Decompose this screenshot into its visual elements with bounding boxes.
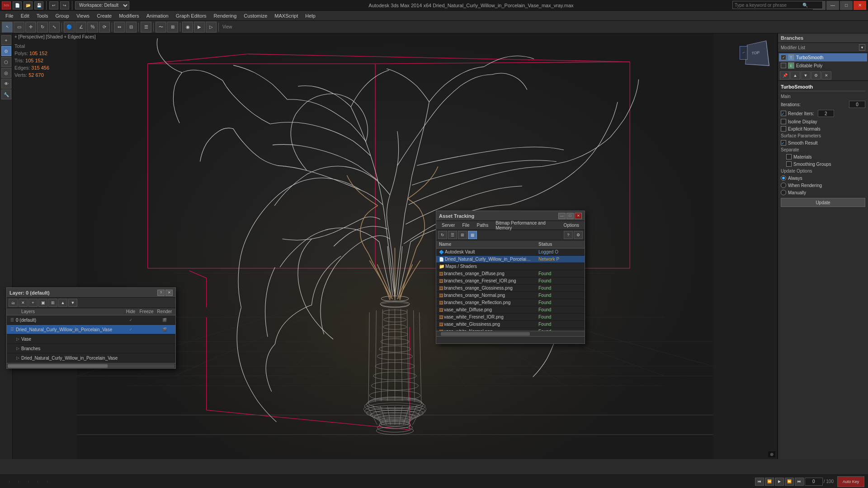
- layer-hide-0[interactable]: ✓: [124, 318, 137, 322]
- lm-scrollbar-track[interactable]: [8, 364, 175, 368]
- configure-icon[interactable]: ⚙: [811, 71, 821, 80]
- lm-add-sel-btn[interactable]: +: [28, 299, 38, 307]
- lm-new-layer-btn[interactable]: 🗂: [9, 299, 18, 307]
- schematic[interactable]: ⊞: [167, 22, 178, 33]
- at-row-maps[interactable]: 📁Maps / Shaders: [436, 263, 585, 270]
- explicit-normals-checkbox[interactable]: [781, 126, 786, 131]
- anim-prev-frame[interactable]: ⏪: [765, 478, 774, 486]
- at-row-branches-reflection[interactable]: 🖼branches_orange_Reflection.png Found: [436, 299, 585, 306]
- menu-help[interactable]: Help: [302, 12, 319, 19]
- move-tool[interactable]: ✛: [25, 22, 36, 33]
- modifier-list-dropdown[interactable]: ▼: [859, 44, 865, 51]
- at-row-vase-diffuse[interactable]: 🖼vase_white_Diffuse.png Found: [436, 306, 585, 314]
- pin-icon[interactable]: 📌: [780, 71, 790, 80]
- align[interactable]: ⊟: [126, 22, 137, 33]
- at-maximize-btn[interactable]: □: [566, 213, 574, 219]
- lm-layer-willow[interactable]: ☰ Dried_Natural_Curly_Willow_in_Porcelai…: [7, 325, 175, 334]
- at-menu-file[interactable]: File: [458, 222, 473, 229]
- at-grid-view-btn[interactable]: ▦: [468, 231, 477, 239]
- menu-customize[interactable]: Customize: [240, 12, 271, 19]
- anim-next-frame[interactable]: ⏩: [785, 478, 794, 486]
- menu-edit[interactable]: Edit: [17, 12, 33, 19]
- move-up-icon[interactable]: ▲: [790, 71, 800, 80]
- render-last[interactable]: ▷: [206, 22, 217, 33]
- lm-col-freeze[interactable]: Freeze: [137, 309, 156, 314]
- at-content-area[interactable]: Name Status 🔷Autodesk Vault Logged O 📄Dr…: [436, 240, 585, 331]
- menu-file[interactable]: File: [2, 12, 17, 19]
- lm-col-hide[interactable]: Hide: [124, 309, 137, 314]
- menu-create[interactable]: Create: [93, 12, 115, 19]
- select-tool[interactable]: ↖: [2, 22, 13, 33]
- lm-select-obj-btn[interactable]: ⊞: [48, 299, 57, 307]
- lm-move-down-btn[interactable]: ▼: [68, 299, 77, 307]
- modifier-turbosmooth[interactable]: ✓ T TurboSmooth: [779, 53, 867, 61]
- at-horizontal-scrollbar[interactable]: [436, 331, 585, 336]
- frame-number-input[interactable]: [805, 478, 823, 486]
- move-down-icon[interactable]: ▼: [801, 71, 811, 80]
- at-scrollbar-thumb[interactable]: [441, 332, 530, 336]
- layer-mgr[interactable]: ☰: [141, 22, 151, 33]
- at-row-branches-fresnel[interactable]: 🖼branches_orange_Fresnel_IOR.png Found: [436, 277, 585, 285]
- at-detail-view-btn[interactable]: ⊞: [458, 231, 467, 239]
- layer-render-1[interactable]: 🎬: [156, 328, 174, 332]
- layer-hide-1[interactable]: ✓: [124, 328, 137, 332]
- update-button[interactable]: Update: [781, 198, 865, 207]
- at-row-file[interactable]: 📄Dried_Natural_Curly_Willow_in_Porcelain…: [436, 256, 585, 263]
- at-row-vault[interactable]: 🔷Autodesk Vault Logged O: [436, 249, 585, 256]
- open-btn[interactable]: 📂: [24, 1, 33, 9]
- lm-move-up-btn[interactable]: ▲: [58, 299, 67, 307]
- at-row-branches-normal[interactable]: 🖼branches_orange_Normal.png Found: [436, 292, 585, 299]
- lm-help-btn[interactable]: ?: [157, 290, 165, 296]
- spinner-snap[interactable]: ⟳: [99, 22, 110, 33]
- lm-col-render[interactable]: Render: [156, 309, 174, 314]
- at-settings-btn[interactable]: ⚙: [574, 231, 583, 239]
- lm-close-btn[interactable]: ✕: [165, 290, 173, 296]
- modifier-editable-poly[interactable]: E Editable Poly: [779, 61, 867, 70]
- menu-maxscript[interactable]: MAXScript: [271, 12, 302, 19]
- delete-icon[interactable]: ✕: [821, 71, 831, 80]
- lm-select-all-btn[interactable]: ▣: [38, 299, 47, 307]
- at-row-branches-diffuse[interactable]: 🖼branches_orange_Diffuse.png Found: [436, 270, 585, 277]
- always-radio[interactable]: [781, 175, 786, 181]
- navigation-cube[interactable]: TOP L: [737, 37, 774, 73]
- lm-scrollbar-thumb[interactable]: [8, 364, 108, 368]
- create-tool[interactable]: +: [1, 35, 11, 45]
- render-iters-input[interactable]: [818, 110, 834, 117]
- utility-tool[interactable]: 🔧: [1, 89, 11, 99]
- new-btn[interactable]: 📄: [13, 1, 22, 9]
- mirror[interactable]: ⇔: [114, 22, 125, 33]
- maximize-button[interactable]: □: [840, 1, 853, 10]
- menu-views[interactable]: Views: [73, 12, 93, 19]
- display-tool[interactable]: 👁: [1, 79, 11, 89]
- smoothing-groups-checkbox[interactable]: [786, 161, 792, 167]
- at-minimize-btn[interactable]: —: [558, 213, 566, 219]
- select-region[interactable]: ▭: [14, 22, 24, 33]
- smooth-result-checkbox[interactable]: [781, 140, 786, 145]
- scale-tool[interactable]: ⤡: [49, 22, 60, 33]
- mod-checkbox-turbosmooth[interactable]: ✓: [781, 55, 786, 60]
- at-help-btn[interactable]: ?: [564, 231, 573, 239]
- mod-checkbox-edpoly[interactable]: [781, 63, 786, 68]
- menu-animation[interactable]: Animation: [143, 12, 172, 19]
- isoline-checkbox[interactable]: [781, 119, 786, 124]
- manually-radio[interactable]: [781, 190, 786, 195]
- anim-last-frame[interactable]: ⏭: [795, 478, 804, 486]
- percent-snap[interactable]: %: [87, 22, 98, 33]
- at-close-btn[interactable]: ✕: [575, 213, 582, 219]
- lm-title-bar[interactable]: Layer: 0 (default) ? ✕: [7, 288, 175, 298]
- lm-layer-branches[interactable]: ▷ Branches: [7, 344, 175, 353]
- layer-render-0[interactable]: 🎬: [156, 318, 174, 322]
- render-iters-checkbox[interactable]: [781, 111, 786, 116]
- anim-play[interactable]: ▶: [775, 478, 784, 486]
- rotate-tool[interactable]: ↻: [37, 22, 48, 33]
- lm-layer-0-default[interactable]: ☰ 0 (default) ✓ 🎬: [7, 315, 175, 325]
- redo-btn[interactable]: ↪: [60, 1, 69, 9]
- at-menu-bitmap-perf[interactable]: Bitmap Performance and Memory: [492, 220, 560, 231]
- search-bar[interactable]: 🔍: [732, 1, 823, 9]
- when-rendering-radio[interactable]: [781, 183, 786, 188]
- menu-group[interactable]: Group: [52, 12, 73, 19]
- close-button[interactable]: ✕: [854, 1, 866, 10]
- render-scene[interactable]: ▶: [194, 22, 205, 33]
- search-input[interactable]: [735, 3, 802, 8]
- lm-layer-list[interactable]: ☰ 0 (default) ✓ 🎬 ☰ Dried_Natural_Curly_…: [7, 315, 175, 363]
